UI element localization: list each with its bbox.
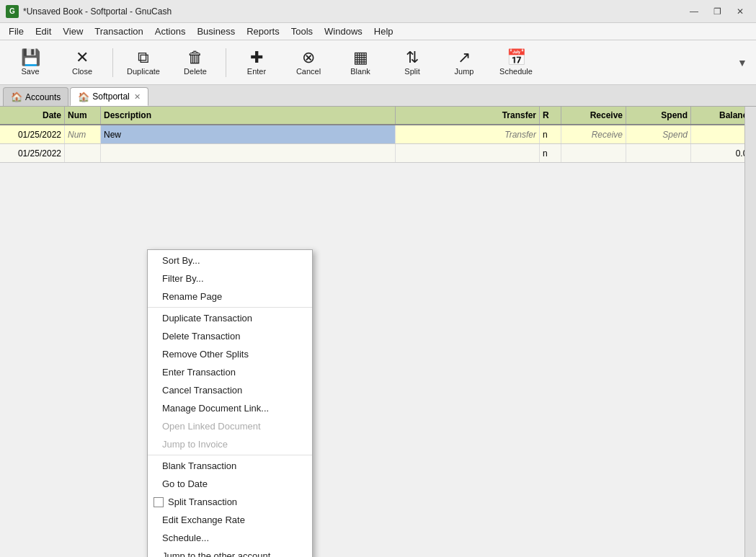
save-icon: 💾 <box>21 50 40 66</box>
context-menu-item-label: Duplicate Transaction <box>162 313 252 324</box>
col-description: Description <box>101 107 396 124</box>
context-menu-item-rename_page[interactable]: Rename Page <box>148 288 312 306</box>
enter-label: Enter <box>247 67 266 76</box>
context-menu-item-label: Jump to Invoice <box>162 439 228 450</box>
context-menu-item-open_linked_document: Open Linked Document <box>148 417 312 435</box>
content-body: Date Num Description Transfer R Receive … <box>0 107 756 557</box>
tab-bar: 🏠Accounts🏠Softportal✕ <box>0 85 756 107</box>
tab-accounts[interactable]: 🏠Accounts <box>3 87 68 106</box>
context-menu-item-label: Open Linked Document <box>162 421 261 432</box>
toolbar-btn-jump[interactable]: ↗Jump <box>440 43 489 82</box>
toolbar-btn-enter[interactable]: ✚Enter <box>232 43 281 82</box>
context-menu-item-filter_by...[interactable]: Filter By... <box>148 269 312 288</box>
cell-spend-1: Spend <box>626 125 691 143</box>
toolbar: 💾Save✕Close⧉Duplicate🗑Delete✚Enter⊗Cance… <box>0 40 756 85</box>
cancel-icon: ⊗ <box>302 50 315 66</box>
blank-icon: ▦ <box>353 50 368 66</box>
cell-num-2 <box>65 144 101 162</box>
context-menu-item-go_to_date[interactable]: Go to Date <box>148 475 312 493</box>
context-menu-item-remove_other_splits[interactable]: Remove Other Splits <box>148 345 312 363</box>
menu-item-edit[interactable]: Edit <box>30 24 57 38</box>
context-menu-item-label: Sort By... <box>162 255 200 266</box>
toolbar-btn-split[interactable]: ⇅Split <box>388 43 437 82</box>
context-menu-item-sort_by...[interactable]: Sort By... <box>148 251 312 269</box>
menu-item-tools[interactable]: Tools <box>285 24 319 38</box>
close-button[interactable]: ✕ <box>730 4 750 19</box>
menu-item-windows[interactable]: Windows <box>319 24 368 38</box>
toolbar-btn-delete[interactable]: 🗑Delete <box>171 43 220 82</box>
context-menu-item-manage_document_link...[interactable]: Manage Document Link... <box>148 399 312 417</box>
toolbar-btn-cancel[interactable]: ⊗Cancel <box>284 43 333 82</box>
col-spend: Spend <box>626 107 691 124</box>
menu-item-transaction[interactable]: Transaction <box>89 24 148 38</box>
softportal-tab-icon: 🏠 <box>78 92 89 102</box>
menu-item-reports[interactable]: Reports <box>241 24 285 38</box>
context-menu-item-jump_to_the_other_account[interactable]: Jump to the other account <box>148 547 312 557</box>
menu-item-business[interactable]: Business <box>191 24 241 38</box>
window-title: *Unsaved Book - Softportal - GnuCash <box>23 6 684 17</box>
table-row[interactable]: 01/25/2022 n 0.00 <box>0 144 756 163</box>
context-menu-item-edit_exchange_rate[interactable]: Edit Exchange Rate <box>148 511 312 529</box>
table-container: Date Num Description Transfer R Receive … <box>0 107 756 163</box>
cell-date-1: 01/25/2022 <box>0 125 65 143</box>
context-menu-item-blank_transaction[interactable]: Blank Transaction <box>148 457 312 475</box>
menu-item-help[interactable]: Help <box>368 24 399 38</box>
tab-softportal[interactable]: 🏠Softportal✕ <box>70 87 148 106</box>
context-menu-item-duplicate_transaction[interactable]: Duplicate Transaction <box>148 309 312 327</box>
toolbar-btn-blank[interactable]: ▦Blank <box>336 43 385 82</box>
jump-icon: ↗ <box>458 50 471 66</box>
toolbar-btn-close[interactable]: ✕Close <box>58 43 107 82</box>
cancel-label: Cancel <box>296 67 321 76</box>
context-menu-item-label: Jump to the other account <box>162 551 270 557</box>
context-menu-item-label: Blank Transaction <box>162 460 236 471</box>
accounts-tab-label: Accounts <box>25 92 61 102</box>
close-icon: ✕ <box>76 50 89 66</box>
cell-transfer-1: Transfer <box>396 125 540 143</box>
cell-spend-2 <box>626 144 691 162</box>
context-menu-item-label: Enter Transaction <box>162 367 236 378</box>
schedule-label: Schedule <box>499 67 533 76</box>
col-date: Date <box>0 107 65 124</box>
context-menu-checkbox[interactable] <box>154 497 164 507</box>
table-row[interactable]: 01/25/2022 Num New Transfer n Receive Sp… <box>0 125 756 144</box>
scrollbar[interactable] <box>744 107 756 557</box>
toolbar-separator <box>226 48 226 77</box>
menu-item-actions[interactable]: Actions <box>149 24 192 38</box>
toolbar-btn-schedule[interactable]: 📅Schedule <box>492 43 541 82</box>
context-menu-item-cancel_transaction[interactable]: Cancel Transaction <box>148 381 312 399</box>
cell-receive-2 <box>561 144 626 162</box>
context-menu-item-label: Edit Exchange Rate <box>162 514 245 525</box>
minimize-button[interactable]: — <box>684 4 704 19</box>
context-menu-item-enter_transaction[interactable]: Enter Transaction <box>148 363 312 381</box>
context-menu-item-label: Manage Document Link... <box>162 403 269 414</box>
app-icon: G <box>6 5 19 18</box>
context-menu-item-split_transaction[interactable]: Split Transaction <box>148 493 312 511</box>
context-menu-item-label: Rename Page <box>162 291 222 302</box>
cell-description-2 <box>101 144 396 162</box>
cell-date-2: 01/25/2022 <box>0 144 65 162</box>
context-menu-item-label: Schedule... <box>162 533 209 543</box>
toolbar-dropdown-arrow[interactable]: ▼ <box>734 48 750 77</box>
menu-item-view[interactable]: View <box>57 24 89 38</box>
schedule-icon: 📅 <box>507 50 526 66</box>
title-bar: G *Unsaved Book - Softportal - GnuCash —… <box>0 0 756 23</box>
cell-description-1[interactable]: New <box>101 125 396 143</box>
toolbar-btn-save[interactable]: 💾Save <box>6 43 55 82</box>
context-menu-item-label: Filter By... <box>162 273 204 284</box>
jump-label: Jump <box>455 67 474 76</box>
restore-button[interactable]: ❐ <box>707 4 727 19</box>
context-menu-item-delete_transaction[interactable]: Delete Transaction <box>148 327 312 345</box>
context-menu-item-schedule...[interactable]: Schedule... <box>148 529 312 547</box>
blank-label: Blank <box>350 67 370 76</box>
menu-item-file[interactable]: File <box>3 24 30 38</box>
main-content: Date Num Description Transfer R Receive … <box>0 107 756 557</box>
softportal-tab-close[interactable]: ✕ <box>134 92 141 102</box>
cell-r-2: n <box>540 144 561 162</box>
context-menu-item-label: Remove Other Splits <box>162 349 249 360</box>
duplicate-label: Duplicate <box>127 67 160 76</box>
toolbar-btn-duplicate[interactable]: ⧉Duplicate <box>119 43 168 82</box>
close-label: Close <box>72 67 92 76</box>
context-menu-separator <box>148 307 312 308</box>
menu-bar: FileEditViewTransactionActionsBusinessRe… <box>0 23 756 40</box>
context-menu-separator <box>148 455 312 455</box>
